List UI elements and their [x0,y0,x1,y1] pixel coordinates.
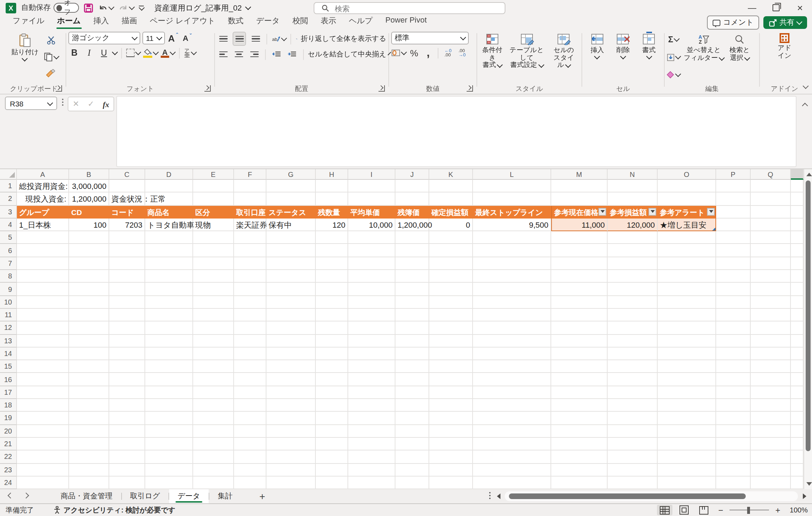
cell-N9[interactable] [608,283,658,296]
cell-C2[interactable]: 資金状況：正常 [109,193,145,206]
col-header-D[interactable]: D [145,169,193,180]
cell-K1[interactable] [429,180,473,193]
cell-F12[interactable] [234,322,266,335]
copy-button[interactable] [43,50,58,63]
cell-P20[interactable] [716,425,751,438]
cell-C6[interactable] [109,244,145,257]
cell-A10[interactable] [17,296,69,309]
cell-N19[interactable] [608,412,658,425]
cell-E12[interactable] [193,322,234,335]
comments-button[interactable]: コメント [707,16,759,30]
cell-Q3[interactable] [751,205,791,219]
cell-K11[interactable] [429,309,473,322]
cell-G7[interactable] [266,257,316,270]
cell-B6[interactable] [69,244,109,257]
cell-P9[interactable] [716,283,751,296]
cell-G2[interactable] [266,193,316,206]
cell-K20[interactable] [429,425,473,438]
cell-E13[interactable] [193,334,234,348]
cell-O5[interactable] [658,231,716,244]
ribbon-tab-ヘルプ[interactable]: ヘルプ [343,16,379,29]
cell-E9[interactable] [193,283,234,296]
cell-B14[interactable] [69,348,109,361]
font-color-button[interactable]: A [161,47,175,59]
cell-C21[interactable] [109,438,145,451]
zoom-slider[interactable] [730,510,769,511]
cell-L17[interactable] [473,386,551,399]
cell-L19[interactable] [473,412,551,425]
cell-O7[interactable] [658,257,716,270]
cell-styles-button[interactable]: セルのスタイル [548,32,579,84]
cell-J1[interactable] [395,180,429,193]
cell-H21[interactable] [316,438,348,451]
cell-N16[interactable] [608,373,658,386]
cell-L12[interactable] [473,322,551,335]
cell-F2[interactable] [234,193,266,206]
cell-Q8[interactable] [751,270,791,283]
cell-B12[interactable] [69,322,109,335]
collapse-formula-bar-button[interactable] [803,101,807,109]
scroll-left-arrow-icon[interactable] [497,493,500,499]
cell-R15[interactable] [791,360,804,373]
cell-C8[interactable] [109,270,145,283]
cell-J16[interactable] [395,373,429,386]
cell-N22[interactable] [608,450,658,463]
cell-H20[interactable] [316,425,348,438]
cell-P12[interactable] [716,322,751,335]
cell-C4[interactable]: 7203 [109,219,145,232]
cell-R24[interactable] [791,477,804,489]
cell-L9[interactable] [473,283,551,296]
cell-A14[interactable] [17,348,69,361]
cell-A1[interactable]: 総投資用資金: [17,180,69,193]
cell-B23[interactable] [69,463,109,477]
cell-J20[interactable] [395,425,429,438]
cell-E22[interactable] [193,450,234,463]
cell-I17[interactable] [348,386,395,399]
italic-button[interactable]: I [83,47,95,59]
cell-P10[interactable] [716,296,751,309]
row-header-4[interactable]: 4 [0,219,17,232]
cell-E15[interactable] [193,360,234,373]
cell-N7[interactable] [608,257,658,270]
cell-A21[interactable] [17,438,69,451]
cell-R1[interactable] [791,180,804,193]
cell-E16[interactable] [193,373,234,386]
cell-L13[interactable] [473,334,551,348]
cell-O14[interactable] [658,348,716,361]
cell-F4[interactable]: 楽天証券 [234,219,266,232]
cell-G5[interactable] [266,231,316,244]
cell-K14[interactable] [429,348,473,361]
cell-I6[interactable] [348,244,395,257]
col-header-J[interactable]: J [395,169,429,180]
cell-D18[interactable] [145,399,193,412]
cell-M17[interactable] [551,386,608,399]
cell-J21[interactable] [395,438,429,451]
cell-N18[interactable] [608,399,658,412]
cell-H16[interactable] [316,373,348,386]
cell-J14[interactable] [395,348,429,361]
cell-M1[interactable] [551,180,608,193]
cell-R10[interactable] [791,296,804,309]
cell-C23[interactable] [109,463,145,477]
cell-J5[interactable] [395,231,429,244]
autosave-toggle[interactable]: オフ [54,3,79,13]
cell-R12[interactable] [791,322,804,335]
cell-G13[interactable] [266,334,316,348]
cell-E4[interactable]: 現物 [193,219,234,232]
cell-R21[interactable] [791,438,804,451]
cell-A8[interactable] [17,270,69,283]
col-header-C[interactable]: C [109,169,145,180]
cell-E6[interactable] [193,244,234,257]
sheet-tab-取引ログ[interactable]: 取引ログ [122,489,168,503]
cell-O23[interactable] [658,463,716,477]
cell-G14[interactable] [266,348,316,361]
cell-D1[interactable] [145,180,193,193]
cell-Q5[interactable] [751,231,791,244]
cell-G15[interactable] [266,360,316,373]
document-title[interactable]: 資産運用ログ_記事用_02 [154,2,250,13]
cell-N2[interactable] [608,193,658,206]
cell-P3[interactable] [716,205,751,219]
cell-I15[interactable] [348,360,395,373]
cell-G18[interactable] [266,399,316,412]
fill-button[interactable] [667,51,680,63]
